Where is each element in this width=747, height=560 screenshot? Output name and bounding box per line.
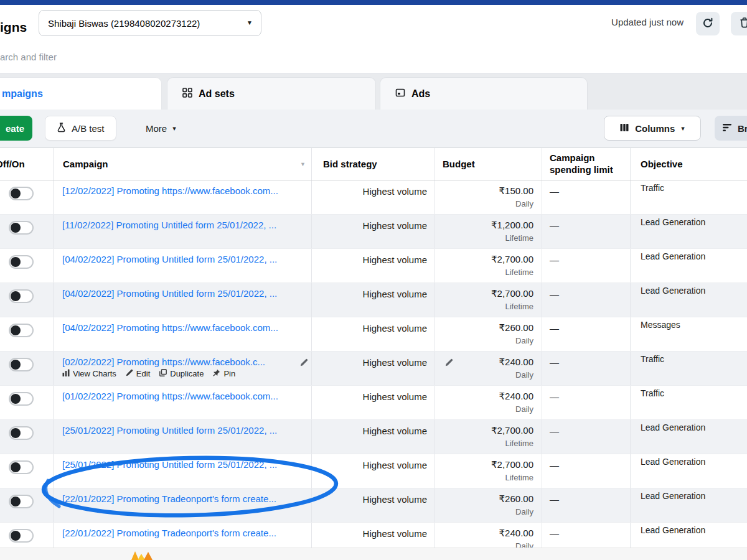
bid-strategy-value: Highest volume <box>363 220 427 231</box>
campaign-link[interactable]: [22/01/2022] Promoting Tradeonport's for… <box>62 528 276 538</box>
campaign-edit-pencil-icon[interactable] <box>300 358 308 368</box>
campaign-link[interactable]: [04/02/2022] Promoting Untitled form 25/… <box>62 254 277 264</box>
toolbar: eate A/B test More ▾ Columns ▾ Br <box>0 110 747 147</box>
tab-ad-sets[interactable]: Ad sets <box>167 77 376 110</box>
campaign-link[interactable]: [04/02/2022] Promoting https://www.faceb… <box>62 322 278 333</box>
campaign-toggle[interactable] <box>9 255 34 269</box>
budget-cell: ₹2,700.00 Lifetime <box>435 420 542 454</box>
columns-label: Columns <box>635 123 675 134</box>
campaign-toggle[interactable] <box>9 324 34 337</box>
table-header-row: Off/On Campaign ▼ Bid strategy Budget Ca… <box>0 147 747 180</box>
campaign-link[interactable]: [12/02/2022] Promoting https://www.faceb… <box>62 185 278 196</box>
tab-bar: mpaigns Ad sets Ads <box>0 73 747 110</box>
tab-ads[interactable]: Ads <box>380 77 588 110</box>
create-button[interactable]: eate <box>0 116 32 141</box>
bid-strategy-cell: Highest volume <box>311 488 435 522</box>
campaign-cell: [04/02/2022] Promoting Untitled form 25/… <box>53 283 311 317</box>
more-label: More <box>146 123 167 134</box>
objective-value: Lead Generation <box>641 251 705 261</box>
tab-ads-label: Ads <box>411 88 430 100</box>
toggle-cell <box>0 283 53 317</box>
budget-amount: ₹260.00 <box>443 322 533 334</box>
pin-button[interactable]: Pin <box>213 369 235 378</box>
bid-strategy-cell: Highest volume <box>311 283 435 317</box>
budget-cell: ₹260.00 Daily <box>435 488 542 522</box>
objective-value: Lead Generation <box>641 422 705 432</box>
columns-button[interactable]: Columns ▾ <box>604 116 701 141</box>
refresh-icon <box>702 17 713 30</box>
bid-strategy-cell: Highest volume <box>311 454 435 488</box>
toggle-knob <box>11 497 21 506</box>
table-body: [12/02/2022] Promoting https://www.faceb… <box>0 180 747 557</box>
flask-icon <box>57 123 66 134</box>
campaign-link[interactable]: [25/01/2022] Promoting Untitled form 25/… <box>62 459 277 470</box>
toggle-knob <box>11 189 21 198</box>
campaign-toggle[interactable] <box>9 392 34 406</box>
duplicate-icon <box>159 369 167 378</box>
column-header-budget[interactable]: Budget <box>435 148 542 180</box>
campaign-link[interactable]: [25/01/2022] Promoting Untitled form 25/… <box>62 425 277 436</box>
refresh-button[interactable] <box>696 12 720 35</box>
campaign-link[interactable]: [04/02/2022] Promoting Untitled form 25/… <box>62 288 277 299</box>
campaign-link[interactable]: [02/02/2022] Promoting https://www.faceb… <box>62 357 265 367</box>
column-header-spending-limit[interactable]: Campaign spending limit <box>542 148 630 180</box>
tab-ad-sets-label: Ad sets <box>199 88 235 100</box>
toggle-knob <box>11 531 21 541</box>
ab-test-button[interactable]: A/B test <box>45 116 116 141</box>
account-selector-dropdown[interactable]: Shibaji Biswas (2198408020273122) ▼ <box>39 10 261 36</box>
ad-frame-icon <box>395 88 405 100</box>
edit-button[interactable]: Edit <box>126 369 150 378</box>
campaign-toggle[interactable] <box>9 187 34 200</box>
breakdown-button[interactable]: Br <box>715 116 747 141</box>
campaign-toggle[interactable] <box>9 358 34 371</box>
toggle-cell <box>0 454 53 488</box>
column-header-bid-strategy[interactable]: Bid strategy <box>311 148 435 180</box>
budget-period: Daily <box>443 507 533 516</box>
more-button[interactable]: More ▾ <box>138 116 184 141</box>
bid-strategy-cell: Highest volume <box>311 215 435 248</box>
grid-icon <box>182 88 192 100</box>
campaign-link[interactable]: [11/02/2022] Promoting Untitled form 25/… <box>62 220 276 230</box>
budget-amount: ₹2,700.00 <box>443 459 533 470</box>
toggle-cell <box>0 180 53 214</box>
budget-cell: ₹2,700.00 Lifetime <box>435 454 542 488</box>
chart-icon <box>62 369 70 378</box>
chevron-down-icon: ▼ <box>247 19 253 26</box>
campaign-cell: [25/01/2022] Promoting Untitled form 25/… <box>53 420 311 454</box>
bid-strategy-cell: Highest volume <box>311 420 435 454</box>
duplicate-label: Duplicate <box>170 369 204 378</box>
budget-edit-pencil-icon[interactable] <box>445 358 453 368</box>
spending-limit-value: — <box>550 254 559 265</box>
spending-limit-cell: — <box>542 488 630 522</box>
spending-limit-cell: — <box>542 317 630 351</box>
spending-limit-cell: — <box>542 454 630 488</box>
campaign-cell: [01/02/2022] Promoting https://www.faceb… <box>53 386 311 419</box>
table-row: [02/02/2022] Promoting https://www.faceb… <box>0 352 747 386</box>
budget-amount: ₹1,200.00 <box>443 220 533 231</box>
duplicate-button[interactable]: Duplicate <box>159 369 204 378</box>
spending-limit-value: — <box>550 186 559 197</box>
tab-campaigns[interactable]: mpaigns <box>0 77 162 110</box>
spending-limit-value: — <box>550 494 559 505</box>
campaign-toggle[interactable] <box>9 426 34 440</box>
campaign-toggle[interactable] <box>9 460 34 474</box>
campaign-link[interactable]: [01/02/2022] Promoting https://www.faceb… <box>62 391 278 401</box>
view-charts-button[interactable]: View Charts <box>62 369 116 378</box>
toggle-knob <box>11 428 21 438</box>
table-row: [04/02/2022] Promoting Untitled form 25/… <box>0 283 747 317</box>
campaign-link[interactable]: [22/01/2022] Promoting Tradeonport's for… <box>62 493 276 504</box>
campaign-cell: [02/02/2022] Promoting https://www.faceb… <box>53 352 311 385</box>
objective-cell: Lead Generation <box>630 249 747 282</box>
objective-cell: Lead Generation <box>630 215 747 248</box>
search-filter-bar[interactable]: arch and filter <box>0 41 747 73</box>
table-row: [11/02/2022] Promoting Untitled form 25/… <box>0 215 747 249</box>
campaign-toggle[interactable] <box>9 529 34 543</box>
campaign-cell: [04/02/2022] Promoting Untitled form 25/… <box>53 249 311 282</box>
column-header-objective[interactable]: Objective <box>630 148 747 180</box>
campaign-toggle[interactable] <box>9 221 34 235</box>
delete-button[interactable] <box>731 12 747 35</box>
campaign-toggle[interactable] <box>9 289 34 303</box>
tab-campaigns-label: mpaigns <box>2 88 43 100</box>
campaign-toggle[interactable] <box>9 495 34 508</box>
column-header-campaign[interactable]: Campaign ▼ <box>53 148 311 180</box>
